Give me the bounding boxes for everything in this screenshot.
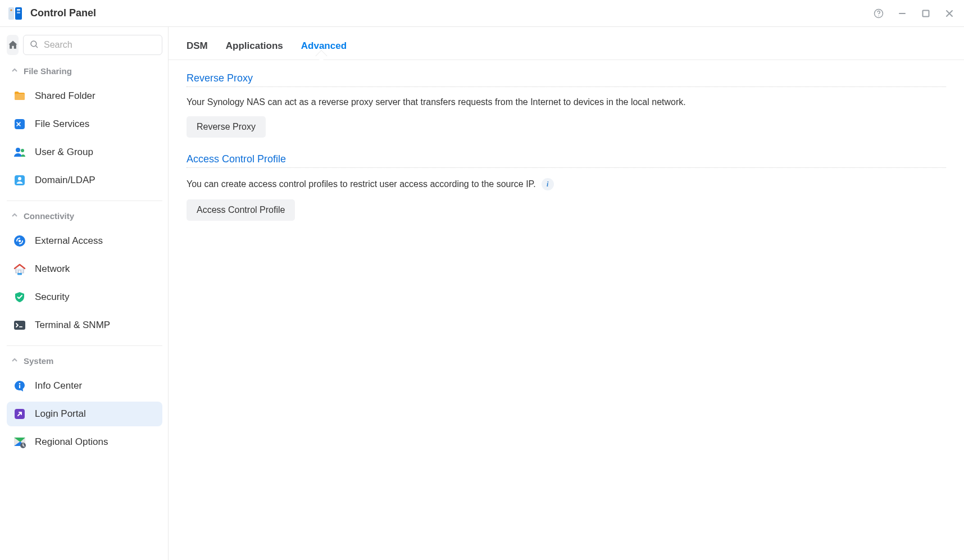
sidebar-item-shared-folder[interactable]: Shared Folder (7, 84, 162, 108)
sidebar-item-regional-options[interactable]: Regional Options (7, 430, 162, 454)
svg-point-21 (19, 383, 21, 385)
svg-point-15 (18, 177, 21, 180)
section-desc-text: You can create access control profiles t… (187, 179, 536, 189)
svg-point-12 (16, 148, 20, 152)
section-header-file-sharing[interactable]: File Sharing (7, 62, 162, 80)
svg-rect-10 (15, 94, 25, 100)
divider (187, 167, 946, 168)
sidebar: File Sharing Shared Folder File Services… (0, 27, 169, 560)
sidebar-item-label: Info Center (35, 380, 82, 391)
search-icon (29, 39, 39, 51)
home-button[interactable] (7, 35, 19, 55)
sidebar-item-security[interactable]: Security (7, 285, 162, 309)
sidebar-item-domain-ldap[interactable]: Domain/LDAP (7, 168, 162, 193)
sidebar-item-label: Network (35, 263, 70, 275)
sidebar-item-file-services[interactable]: File Services (7, 112, 162, 136)
terminal-icon (12, 318, 27, 333)
sidebar-item-network[interactable]: Network (7, 257, 162, 281)
svg-rect-7 (899, 13, 906, 14)
search-field[interactable] (23, 35, 162, 55)
folder-icon (12, 89, 27, 103)
section-header-connectivity[interactable]: Connectivity (7, 207, 162, 225)
reverse-proxy-button[interactable]: Reverse Proxy (187, 116, 266, 138)
sidebar-item-login-portal[interactable]: Login Portal (7, 402, 162, 426)
file-services-icon (12, 117, 27, 131)
sidebar-item-external-access[interactable]: External Access (7, 229, 162, 253)
divider (7, 345, 162, 346)
section-desc-reverse-proxy: Your Synology NAS can act as a reverse p… (187, 97, 946, 107)
svg-rect-0 (8, 7, 14, 20)
svg-rect-20 (19, 326, 22, 327)
section-label: Connectivity (24, 211, 74, 221)
titlebar: Control Panel (0, 0, 964, 27)
section-desc-access-control: You can create access control profiles t… (187, 178, 946, 190)
sidebar-item-info-center[interactable]: Info Center (7, 374, 162, 398)
svg-rect-22 (19, 385, 20, 388)
info-icon[interactable]: i (542, 178, 554, 190)
domain-icon (12, 173, 27, 188)
help-button[interactable] (871, 6, 886, 21)
svg-point-9 (31, 41, 37, 47)
section-title-reverse-proxy: Reverse Proxy (187, 72, 946, 84)
users-icon (12, 145, 27, 160)
access-control-profile-button[interactable]: Access Control Profile (187, 199, 295, 221)
svg-rect-2 (17, 9, 20, 11)
sidebar-item-label: User & Group (35, 147, 93, 158)
sidebar-item-label: Terminal & SNMP (35, 320, 110, 331)
svg-rect-3 (17, 12, 20, 13)
svg-rect-19 (14, 321, 25, 330)
section-label: File Sharing (24, 66, 72, 76)
section-label: System (24, 356, 53, 366)
minimize-button[interactable] (894, 6, 910, 21)
app-icon (7, 5, 24, 22)
tab-dsm[interactable]: DSM (187, 40, 208, 60)
sidebar-item-label: External Access (35, 235, 103, 247)
external-access-icon (12, 234, 27, 248)
chevron-up-icon (11, 212, 18, 220)
close-button[interactable] (942, 6, 957, 21)
sidebar-item-label: Login Portal (35, 408, 86, 420)
svg-point-6 (878, 15, 879, 16)
content-area: DSM Applications Advanced Reverse Proxy … (169, 27, 964, 560)
svg-rect-8 (923, 10, 929, 16)
tab-advanced[interactable]: Advanced (301, 40, 347, 60)
maximize-button[interactable] (918, 6, 934, 21)
sidebar-item-label: Regional Options (35, 436, 108, 448)
sidebar-item-label: File Services (35, 119, 89, 130)
security-icon (12, 290, 27, 304)
sidebar-item-terminal-snmp[interactable]: Terminal & SNMP (7, 313, 162, 338)
network-icon (12, 262, 27, 276)
regional-icon (12, 435, 27, 449)
svg-point-4 (10, 9, 12, 11)
svg-point-13 (21, 149, 24, 152)
tab-applications[interactable]: Applications (226, 40, 283, 60)
svg-rect-11 (15, 119, 25, 129)
sidebar-item-label: Security (35, 292, 69, 303)
divider (7, 201, 162, 201)
login-portal-icon (12, 407, 27, 421)
sidebar-item-label: Domain/LDAP (35, 175, 96, 186)
section-title-access-control: Access Control Profile (187, 153, 946, 165)
tabs: DSM Applications Advanced (169, 27, 964, 60)
sidebar-item-user-group[interactable]: User & Group (7, 140, 162, 165)
section-header-system[interactable]: System (7, 352, 162, 370)
chevron-up-icon (11, 357, 18, 365)
search-input[interactable] (44, 40, 156, 50)
info-center-icon (12, 379, 27, 393)
svg-point-17 (19, 240, 21, 242)
sidebar-item-label: Shared Folder (35, 90, 96, 102)
svg-rect-18 (17, 273, 22, 275)
chevron-up-icon (11, 67, 18, 75)
window-title: Control Panel (30, 7, 863, 19)
divider (187, 86, 946, 87)
